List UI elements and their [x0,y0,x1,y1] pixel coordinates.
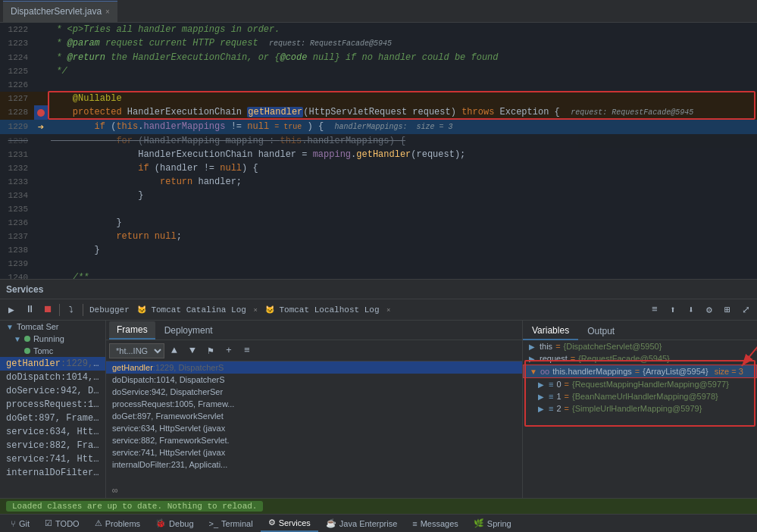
code-line-1225: 1225 */ [0,64,757,78]
code-line-1228: 1228 protected HandlerExecutionChain get… [0,105,757,120]
frames-tab[interactable]: Frames [109,321,155,340]
tomcat-server-item[interactable]: ▼ Tomcat Ser [0,321,105,333]
problems-tab[interactable]: ⚠ Problems [87,515,148,532]
tomc-item[interactable]: Tomc [0,345,105,357]
running-label: Running [33,334,64,343]
frames-add-icon[interactable]: + [221,343,237,359]
tomcat-localhost-tab-label[interactable]: 🐱 Tomcat Localhost Log × [262,305,394,315]
center-call-item-1[interactable]: doDispatch:1014, DispatcherS [106,374,522,386]
tomcat-catalina-tab-label[interactable]: 🐱 Tomcat Catalina Log × [134,305,261,315]
tree-arrow-running-icon: ▼ [14,335,21,343]
services-icon: ⚙ [268,518,276,527]
call-stack-item-3[interactable]: processRequest:1005, Framew... [0,398,105,412]
code-line-1229: 1229 ➔ if (this.handlerMappings != null … [0,120,757,134]
debug-tab[interactable]: 🐞 Debug [148,515,201,532]
variables-tab[interactable]: Variables [523,322,578,340]
var-mapping-0[interactable]: ▶ ≡ 0 = {RequestMappingHandlerMapping@59… [523,378,757,390]
frames-deployment-tabs: Frames Deployment [106,321,522,340]
code-line-1233: 1233 return handler; [0,175,757,189]
debug-icon: 🐞 [155,518,166,528]
problems-label: Problems [105,519,140,528]
spring-label: Spring [487,519,511,528]
code-line-1235: 1235 [0,202,757,216]
var-mapping-2[interactable]: ▶ ≡ 2 = {SimpleUrlHandlerMapping@5979} [523,402,757,415]
center-call-item-3[interactable]: processRequest:1005, Framew... [106,398,522,410]
tomcat-server-label: Tomcat Ser [17,322,59,331]
tomcat-catalina-close[interactable]: × [253,307,257,315]
code-line-1227: 1227 @Nullable [0,92,757,105]
pause-icon[interactable]: ⏸ [21,302,38,318]
call-stack-item-2[interactable]: doService:942, DispatcherSer [0,384,105,398]
center-call-item-6[interactable]: service:882, FrameworkServlet. [106,434,522,446]
center-call-item-2[interactable]: doService:942, DispatcherSer [106,386,522,398]
settings-icon[interactable]: ⚙ [701,302,718,318]
code-line-1223: 1223 * @param request current HTTP reque… [0,36,757,51]
variables-tabs: Variables Output [523,321,757,340]
code-line-1224: 1224 * @return the HandlerExecutionChain… [0,51,757,64]
tomcat-localhost-close[interactable]: × [386,307,390,315]
output-tab[interactable]: Output [578,322,624,340]
code-line-1237: 1237 return null; [0,230,757,243]
debugger-tab-label[interactable]: Debugger [86,305,133,315]
variables-list: ▶ this = {DispatcherServlet@5950} ▶ requ… [523,340,757,498]
center-call-item-4[interactable]: doGet:897, FrameworkServlet [106,410,522,422]
more-icon[interactable]: ≡ [646,302,663,318]
toolbar-sep2 [83,304,83,316]
upload-icon[interactable]: ⬆ [665,302,681,318]
terminal-tab[interactable]: >_ Terminal [202,515,261,532]
git-icon: ⑂ [11,519,16,528]
todo-tab[interactable]: ☑ TODO [37,515,87,532]
call-stack-item-1[interactable]: doDispatch:1014, DispatcherS [0,371,105,384]
stop-icon[interactable]: ⏹ [39,302,56,318]
services-tab[interactable]: ⚙ Services [261,515,318,532]
center-call-item-8[interactable]: internalDoFilter:231, Applicati... [106,458,522,471]
deployment-tab[interactable]: Deployment [157,321,221,340]
messages-tab[interactable]: ≡ Messages [405,515,466,532]
java-enterprise-tab[interactable]: ☕ Java Enterprise [318,515,405,532]
call-stack-item-7[interactable]: service:741, HttpServlet (javax [0,452,105,466]
terminal-icon: >_ [209,519,219,528]
call-stack-item-8[interactable]: internalDoFilter:231, Applicati... [0,466,105,480]
var-this[interactable]: ▶ this = {DispatcherServlet@5950} [523,340,757,352]
resume-icon[interactable]: ▶ [3,302,20,318]
code-line-1222: 1222 * <p>Tries all handler mappings in … [0,23,757,36]
git-tab[interactable]: ⑂ Git [3,515,37,532]
call-stack-item-6[interactable]: service:882, FrameworkServlet. [0,439,105,452]
debug-label: Debug [169,519,193,528]
tab-close[interactable]: × [105,8,110,16]
call-stack-list: getHandler:1229, DispatcherS doDispatch:… [106,361,522,484]
code-line-1232: 1232 if (handler != null) { [0,161,757,175]
file-tab[interactable]: DispatcherServlet.java × [3,1,117,22]
step-over-icon[interactable]: ⤵ [63,302,80,318]
frames-down-icon[interactable]: ▼ [184,343,201,359]
center-call-item-5[interactable]: service:634, HttpServlet (javax [106,422,522,434]
expand-icon[interactable]: ⤢ [737,302,754,318]
frames-filter-icon[interactable]: ⚑ [202,343,219,359]
running-status-dot [24,336,30,342]
download-icon[interactable]: ⬇ [683,302,699,318]
frames-dropdown[interactable]: *ht...ING [109,343,164,358]
running-item[interactable]: ▼ Running [0,333,105,345]
spring-tab[interactable]: 🌿 Spring [466,515,519,532]
services-bot-label: Services [279,518,311,527]
call-stack-item-5[interactable]: service:634, HttpServlet (javax [0,425,105,439]
infinity-icon: ∞ [106,484,522,498]
var-request[interactable]: ▶ request = {RequestFacade@5945} [523,352,757,365]
status-loaded-bar: Loaded classes are up to date. Nothing t… [0,498,757,514]
todo-icon: ☑ [45,518,52,528]
frames-settings-icon[interactable]: ≡ [239,343,255,359]
call-stack-item-0[interactable]: getHandler:1229, DispatcherS [0,357,105,371]
var-mapping-1[interactable]: ▶ ≡ 1 = {BeanNameUrlHandlerMapping@5978} [523,390,757,402]
frames-up-icon[interactable]: ▲ [166,343,183,359]
call-stack-item-4[interactable]: doGet:897, FrameworkServlet [0,412,105,425]
services-tree: ▼ Tomcat Ser ▼ Running Tomc getHandler:1… [0,321,106,498]
center-call-item-7[interactable]: service:741, HttpServlet (javax [106,446,522,458]
services-panel: Services ▶ ⏸ ⏹ ⤵ Debugger 🐱 Tomcat Catal… [0,279,757,514]
loaded-status: Loaded classes are up to date. Nothing t… [6,501,263,512]
tomcat-catalina-icon: 🐱 [137,306,146,315]
center-call-item-0[interactable]: getHandler:1229, DispatcherS [106,361,522,374]
toolbar-sep1 [59,304,60,316]
messages-label: Messages [421,519,458,528]
var-handler-mappings[interactable]: ▼ oo this.handlerMappings = {ArrayList@5… [523,365,757,378]
layout-icon[interactable]: ⊞ [719,302,736,318]
